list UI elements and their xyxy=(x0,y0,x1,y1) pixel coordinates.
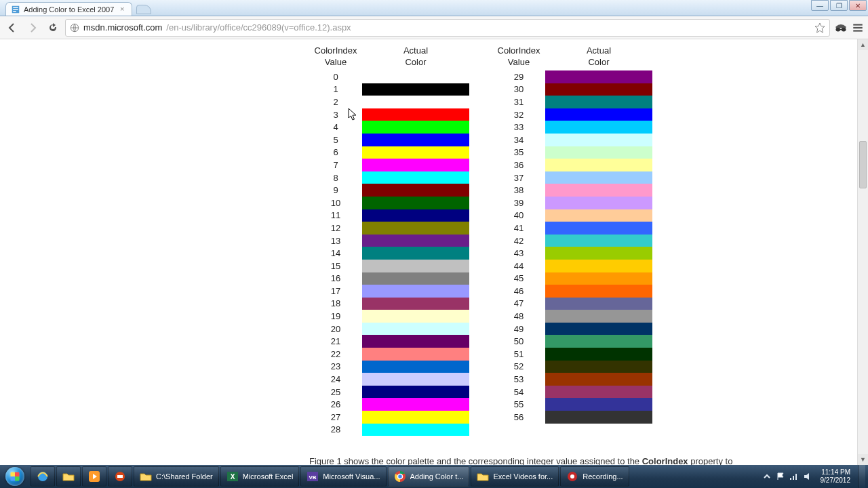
taskbar-item[interactable]: XMicrosoft Excel xyxy=(220,466,300,487)
color-swatch xyxy=(362,197,469,209)
tray-volume-icon[interactable] xyxy=(803,472,812,481)
taskbar-pin[interactable] xyxy=(82,466,106,487)
taskbar-item[interactable]: Excel Videos for... xyxy=(471,466,559,487)
tray-network-icon[interactable] xyxy=(789,472,799,481)
colorindex-cell: 40 xyxy=(492,209,545,222)
start-button[interactable] xyxy=(0,465,30,488)
clock-date: 9/27/2012 xyxy=(821,476,851,485)
taskbar-item[interactable]: Recording... xyxy=(560,466,629,487)
colorindex-cell: 43 xyxy=(492,247,545,260)
table-left-group: ColorIndexValue 012345678910111213141516… xyxy=(309,45,469,436)
taskbar-item[interactable]: C:\Shared Folder xyxy=(134,466,219,487)
site-icon xyxy=(70,23,79,33)
colorindex-cell: 2 xyxy=(309,96,362,108)
colorindex-cell: 38 xyxy=(492,184,545,197)
svg-text:VB: VB xyxy=(309,474,317,481)
colorindex-cell: 54 xyxy=(492,386,545,399)
colorindex-cell: 47 xyxy=(492,298,545,310)
color-swatch xyxy=(362,70,469,83)
color-swatch xyxy=(362,209,469,222)
color-swatch xyxy=(362,272,469,285)
taskbar-item-label: Microsoft Visua... xyxy=(323,472,380,481)
header-color-right: ActualColor xyxy=(545,45,652,70)
taskbar-clock[interactable]: 11:14 PM 9/27/2012 xyxy=(816,468,855,485)
window-maximize-button[interactable]: ❐ xyxy=(830,0,848,11)
colorindex-table: ColorIndexValue 012345678910111213141516… xyxy=(309,45,652,436)
taskbar-pin-ie[interactable] xyxy=(31,466,55,487)
color-swatch xyxy=(545,310,652,323)
app-icon xyxy=(566,470,578,483)
taskbar-pin-explorer[interactable] xyxy=(56,466,81,487)
colorindex-cell: 29 xyxy=(492,70,545,83)
figure-caption: Figure 1 shows the color palette and the… xyxy=(309,455,736,465)
page-content: ColorIndexValue 012345678910111213141516… xyxy=(0,39,868,465)
incognito-icon xyxy=(834,23,848,33)
folder-icon xyxy=(62,470,75,483)
new-tab-button[interactable] xyxy=(136,5,151,14)
svg-text:X: X xyxy=(230,473,235,481)
colorindex-cell: 7 xyxy=(309,159,362,171)
taskbar-item[interactable]: Adding Color t... xyxy=(388,466,470,487)
taskbar-pin[interactable] xyxy=(108,466,132,487)
forward-button[interactable] xyxy=(24,20,41,36)
page-scrollbar[interactable]: ▲ ▼ xyxy=(857,39,868,465)
table-right-group: ColorIndexValue 293031323334353637383940… xyxy=(492,45,652,436)
windows-taskbar: C:\Shared FolderXMicrosoft ExcelVBMicros… xyxy=(0,465,868,488)
color-swatch xyxy=(545,96,652,108)
colorindex-cell: 8 xyxy=(309,171,362,184)
colorindex-cell: 0 xyxy=(309,70,362,83)
window-close-button[interactable]: ✕ xyxy=(849,0,867,11)
window-minimize-button[interactable]: — xyxy=(811,0,829,11)
colorindex-cell: 20 xyxy=(309,323,362,336)
colorindex-cell: 33 xyxy=(492,121,545,134)
color-swatch xyxy=(545,260,652,272)
tab-close-icon[interactable]: × xyxy=(118,5,126,14)
taskbar-item[interactable]: VBMicrosoft Visua... xyxy=(300,466,386,487)
bookmark-star-icon[interactable] xyxy=(814,22,825,33)
scroll-up-button[interactable]: ▲ xyxy=(858,39,868,50)
colorindex-cell: 32 xyxy=(492,108,545,121)
address-bar[interactable]: msdn.microsoft.com/en-us/library/office/… xyxy=(65,19,830,37)
color-swatch xyxy=(362,171,469,184)
color-swatch xyxy=(545,134,652,146)
color-swatch xyxy=(362,348,469,361)
colorindex-cell: 35 xyxy=(492,146,545,159)
color-swatch xyxy=(362,386,469,399)
colorindex-cell: 10 xyxy=(309,197,362,209)
taskbar-item-label: Adding Color t... xyxy=(410,472,464,481)
reload-button[interactable] xyxy=(45,20,61,36)
clock-time: 11:14 PM xyxy=(821,468,851,476)
color-swatch xyxy=(545,285,652,298)
svg-rect-7 xyxy=(840,28,842,30)
back-button[interactable] xyxy=(4,20,20,36)
app-icon xyxy=(88,470,100,483)
tab-title: Adding Color to Excel 2007 xyxy=(24,5,114,14)
tray-up-icon[interactable] xyxy=(762,472,772,481)
browser-tab[interactable]: Adding Color to Excel 2007 × xyxy=(5,2,132,16)
color-swatch xyxy=(545,209,652,222)
colorindex-cell: 55 xyxy=(492,398,545,411)
color-swatch xyxy=(362,121,469,134)
color-swatch xyxy=(545,386,652,399)
scroll-down-button[interactable]: ▼ xyxy=(858,454,868,465)
scroll-thumb[interactable] xyxy=(859,141,867,188)
color-swatch xyxy=(362,411,469,424)
svg-rect-26 xyxy=(795,474,797,480)
svg-rect-3 xyxy=(13,11,16,12)
colorindex-cell: 44 xyxy=(492,260,545,272)
svg-rect-14 xyxy=(117,475,123,478)
color-swatch xyxy=(362,108,469,121)
color-swatch xyxy=(362,285,469,298)
chrome-menu-button[interactable] xyxy=(852,22,864,34)
color-swatch xyxy=(545,222,652,235)
colorindex-cell: 13 xyxy=(309,235,362,247)
color-swatch xyxy=(545,146,652,159)
color-swatch xyxy=(545,398,652,411)
show-desktop-button[interactable] xyxy=(859,465,865,488)
colorindex-cell: 16 xyxy=(309,272,362,285)
windows-logo-icon xyxy=(5,467,24,486)
color-swatch xyxy=(362,398,469,411)
tray-flag-icon[interactable] xyxy=(776,472,785,481)
color-swatch xyxy=(362,310,469,323)
colorindex-cell: 15 xyxy=(309,260,362,272)
